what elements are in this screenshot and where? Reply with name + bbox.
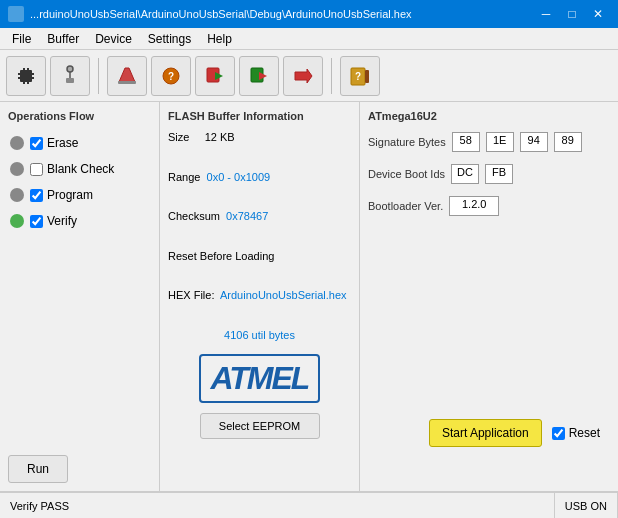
erase-icon (115, 64, 139, 88)
verify-label: Verify (47, 214, 77, 228)
maximize-button[interactable]: □ (560, 4, 584, 24)
erase-status-dot (10, 136, 24, 150)
verify-flow-item: Verify (8, 210, 151, 232)
erase-checkbox[interactable] (30, 137, 43, 150)
svg-rect-5 (23, 68, 25, 70)
svg-rect-0 (20, 70, 32, 82)
run-button[interactable]: Run (8, 455, 68, 483)
arrow-icon (291, 64, 315, 88)
flash-checksum-label: Checksum (168, 210, 220, 222)
svg-text:?: ? (355, 71, 361, 82)
write-tool-button[interactable] (195, 56, 235, 96)
flash-hex-label: HEX File: (168, 289, 214, 301)
status-left: Verify PASS (0, 493, 555, 518)
program-label: Program (47, 188, 93, 202)
flash-title: FLASH Buffer Information (168, 110, 351, 122)
write-icon (203, 64, 227, 88)
boot-id-1: DC (451, 164, 479, 184)
program-checkbox-label[interactable]: Program (30, 188, 93, 202)
chip-icon (14, 64, 38, 88)
flash-checksum-row: Checksum 0x78467 (168, 207, 351, 227)
menu-item-help[interactable]: Help (199, 30, 240, 48)
flash-size-value: 12 KB (205, 131, 235, 143)
reset-checkbox-label[interactable]: Reset (552, 426, 600, 440)
load-icon: ? (159, 64, 183, 88)
erase-tool-button[interactable] (107, 56, 147, 96)
blank-check-checkbox[interactable] (30, 163, 43, 176)
signature-byte-4: 89 (554, 132, 582, 152)
flash-size-label: Size (168, 131, 189, 143)
load-tool-button[interactable]: ? (151, 56, 191, 96)
bootloader-row: Bootloader Ver. 1.2.0 (368, 196, 610, 216)
flash-reset-label: Reset Before Loading (168, 250, 274, 262)
atmega-inner: ATmega16U2 Signature Bytes 58 1E 94 89 D… (368, 110, 610, 483)
boot-ids-label: Device Boot Ids (368, 168, 445, 180)
menu-item-device[interactable]: Device (87, 30, 140, 48)
select-eeprom-button[interactable]: Select EEPROM (200, 413, 320, 439)
erase-flow-item: Erase (8, 132, 151, 154)
bootloader-value: 1.2.0 (449, 196, 499, 216)
flash-size-row: Size 12 KB (168, 128, 351, 148)
svg-marker-12 (119, 68, 135, 82)
operations-panel: Operations Flow Erase Blank Check Progra… (0, 102, 160, 491)
svg-rect-2 (18, 77, 20, 79)
toolbar-separator-2 (331, 58, 332, 94)
usb-icon (58, 64, 82, 88)
erase-label: Erase (47, 136, 78, 150)
usb-tool-button[interactable] (50, 56, 90, 96)
status-bar: Verify PASS USB ON (0, 492, 618, 518)
toolbar: ? ? (0, 50, 618, 102)
svg-rect-4 (32, 77, 34, 79)
signature-row: Signature Bytes 58 1E 94 89 (368, 132, 610, 152)
verify-checkbox[interactable] (30, 215, 43, 228)
svg-point-9 (67, 66, 73, 72)
svg-rect-7 (23, 82, 25, 84)
svg-rect-8 (27, 82, 29, 84)
arrow-tool-button[interactable] (283, 56, 323, 96)
menu-item-buffer[interactable]: Buffer (39, 30, 87, 48)
svg-rect-3 (32, 73, 34, 75)
menu-bar: FileBufferDeviceSettingsHelp (0, 28, 618, 50)
flash-range-label: Range (168, 171, 200, 183)
flash-info: Size 12 KB Range 0x0 - 0x1009 Checksum 0… (168, 128, 351, 346)
minimize-button[interactable]: ─ (534, 4, 558, 24)
start-application-button[interactable]: Start Application (429, 419, 542, 447)
upload-tool-button[interactable] (239, 56, 279, 96)
program-status-dot (10, 188, 24, 202)
flash-checksum-value: 0x78467 (226, 210, 268, 222)
menu-item-file[interactable]: File (4, 30, 39, 48)
flash-hex-value: ArduinoUnoUsbSerial.hex (220, 289, 347, 301)
status-right: USB ON (555, 493, 618, 518)
verify-checkbox-label[interactable]: Verify (30, 214, 77, 228)
menu-item-settings[interactable]: Settings (140, 30, 199, 48)
svg-rect-6 (27, 68, 29, 70)
svg-rect-22 (365, 70, 369, 83)
blank-check-flow-item: Blank Check (8, 158, 151, 180)
flash-reset-row: Reset Before Loading (168, 247, 351, 267)
window-controls: ─ □ ✕ (534, 4, 610, 24)
erase-checkbox-label[interactable]: Erase (30, 136, 78, 150)
flash-range-value: 0x0 - 0x1009 (207, 171, 271, 183)
reset-checkbox[interactable] (552, 427, 565, 440)
program-checkbox[interactable] (30, 189, 43, 202)
chip-tool-button[interactable] (6, 56, 46, 96)
svg-rect-1 (18, 73, 20, 75)
blank-check-status-dot (10, 162, 24, 176)
svg-rect-13 (118, 81, 136, 84)
blank-check-checkbox-label[interactable]: Blank Check (30, 162, 114, 176)
program-flow-item: Program (8, 184, 151, 206)
main-content: Operations Flow Erase Blank Check Progra… (0, 102, 618, 492)
help-icon: ? (348, 64, 372, 88)
run-area: Run (8, 447, 151, 483)
svg-rect-11 (66, 78, 74, 83)
signature-label: Signature Bytes (368, 136, 446, 148)
help-tool-button[interactable]: ? (340, 56, 380, 96)
flash-panel: FLASH Buffer Information Size 12 KB Rang… (160, 102, 360, 491)
boot-ids-row: Device Boot Ids DC FB (368, 164, 610, 184)
start-app-area: Start Application Reset (429, 419, 600, 447)
bootloader-label: Bootloader Ver. (368, 200, 443, 212)
atmega-panel: ATmega16U2 Signature Bytes 58 1E 94 89 D… (360, 102, 618, 491)
close-button[interactable]: ✕ (586, 4, 610, 24)
flash-hex-row: HEX File: ArduinoUnoUsbSerial.hex (168, 286, 351, 306)
svg-text:?: ? (168, 71, 174, 82)
